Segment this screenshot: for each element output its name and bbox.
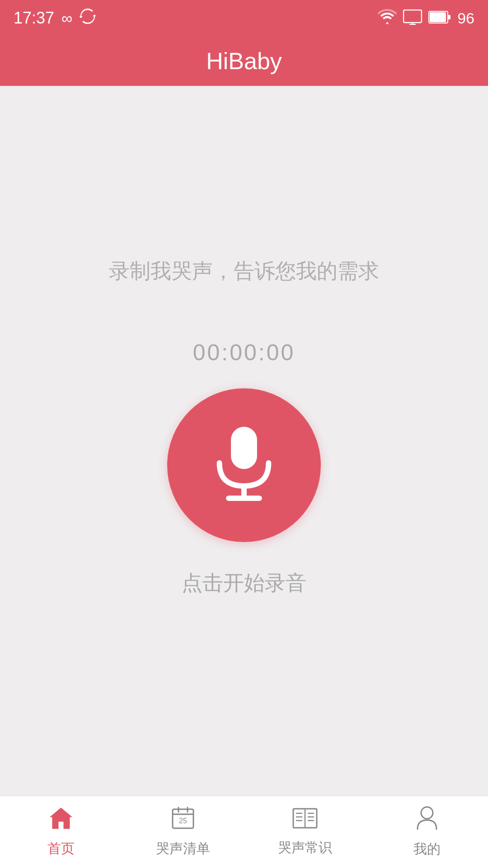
calendar-icon: 25 [171, 806, 195, 835]
svg-rect-0 [404, 10, 422, 23]
nav-item-home[interactable]: 首页 [0, 806, 122, 858]
svg-rect-5 [448, 15, 450, 19]
bottom-nav: 首页 25 哭声清单 [0, 796, 488, 868]
nav-item-mine[interactable]: 我的 [366, 806, 488, 859]
battery-icon [428, 11, 451, 25]
record-hint-text: 点击开始录音 [182, 569, 306, 597]
screen-icon [403, 9, 422, 27]
home-icon [48, 806, 74, 835]
record-button[interactable] [167, 388, 321, 542]
nav-label-cry-list: 哭声清单 [156, 840, 210, 858]
title-bar: HiBaby [0, 36, 488, 86]
svg-marker-9 [50, 808, 72, 829]
wifi-icon [378, 9, 397, 27]
nav-item-cry-list[interactable]: 25 哭声清单 [122, 806, 244, 858]
nav-label-home: 首页 [47, 840, 75, 858]
subtitle-text: 录制我哭声，告诉您我的需求 [109, 257, 379, 285]
svg-text:25: 25 [179, 817, 187, 825]
battery-level: 96 [457, 9, 474, 27]
nav-label-mine: 我的 [413, 840, 441, 859]
status-time: 17:37 [14, 9, 54, 28]
status-right: 96 [378, 9, 474, 27]
infinity-icon: ∞ [61, 9, 72, 27]
nav-item-cry-knowledge[interactable]: 哭声常识 [244, 807, 366, 857]
svg-rect-4 [430, 12, 446, 22]
svg-rect-6 [231, 427, 257, 469]
main-content: 录制我哭声，告诉您我的需求 00:00:00 点击开始录音 [0, 86, 488, 796]
microphone-icon [206, 422, 282, 508]
book-icon [292, 807, 318, 834]
status-bar: 17:37 ∞ [0, 0, 488, 36]
app-title: HiBaby [206, 47, 282, 75]
nav-label-cry-knowledge: 哭声常识 [278, 839, 332, 857]
status-left: 17:37 ∞ [14, 8, 96, 28]
sync-icon [80, 8, 96, 28]
profile-icon [417, 806, 437, 835]
timer-display: 00:00:00 [193, 340, 296, 366]
svg-point-24 [421, 807, 433, 819]
